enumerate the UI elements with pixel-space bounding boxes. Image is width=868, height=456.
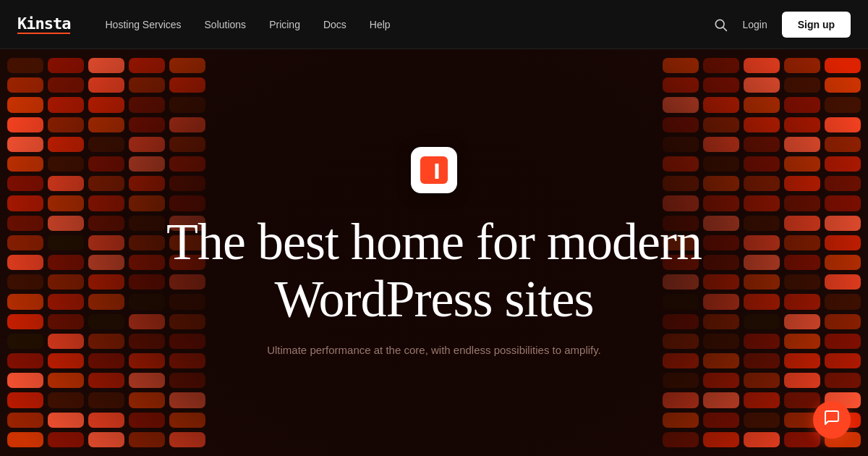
nav-docs[interactable]: Docs: [323, 19, 346, 30]
login-button[interactable]: Login: [742, 19, 767, 30]
chat-button[interactable]: [813, 401, 851, 439]
wordpress-icon-badge: ||: [411, 147, 457, 193]
nav-links: Hosting Services Solutions Pricing Docs …: [105, 19, 713, 30]
navbar: Kinsta Hosting Services Solutions Pricin…: [0, 0, 868, 49]
hero-title: The best home for modern WordPress sites: [145, 214, 723, 328]
nav-hosting-services[interactable]: Hosting Services: [105, 19, 181, 30]
hero-subtitle: Ultimate performance at the core, with e…: [267, 342, 601, 359]
hero-section: || The best home for modern WordPress si…: [0, 49, 868, 456]
wp-icon-inner: ||: [420, 156, 448, 184]
svg-line-1: [723, 27, 727, 30]
nav-help[interactable]: Help: [370, 19, 391, 30]
search-icon[interactable]: [713, 17, 728, 32]
nav-right: Login Sign up: [713, 12, 851, 38]
signup-button[interactable]: Sign up: [782, 12, 851, 38]
nav-solutions[interactable]: Solutions: [205, 19, 247, 30]
logo[interactable]: Kinsta: [17, 14, 70, 34]
hero-content: || The best home for modern WordPress si…: [0, 49, 868, 456]
nav-pricing[interactable]: Pricing: [269, 19, 300, 30]
chat-icon: [823, 409, 841, 431]
